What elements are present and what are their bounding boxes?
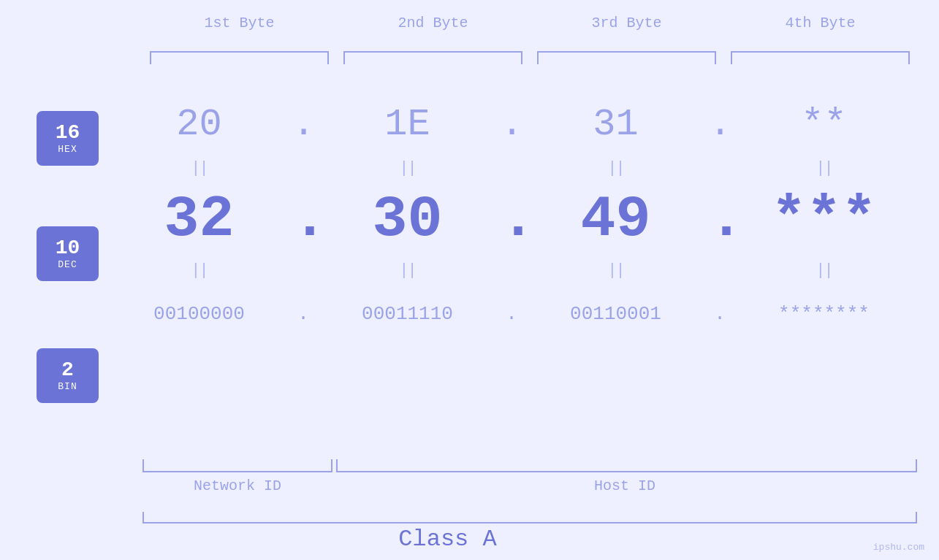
class-label: Class A bbox=[0, 526, 895, 553]
eq-row-2: || || || || bbox=[106, 256, 917, 285]
dec-badge-label: DEC bbox=[58, 259, 77, 270]
bin-val-4: ******** bbox=[731, 303, 917, 325]
host-bracket bbox=[336, 459, 917, 472]
dec-val-2: 30 bbox=[314, 186, 501, 253]
host-id-label: Host ID bbox=[332, 477, 917, 494]
dot-dec-2: . bbox=[501, 186, 522, 253]
bin-badge-label: BIN bbox=[58, 381, 77, 392]
bin-badge-num: 2 bbox=[61, 359, 74, 382]
big-bracket bbox=[142, 512, 917, 523]
hex-row: 20 . 1E . 31 . ** bbox=[106, 95, 917, 153]
eq-row-1: || || || || bbox=[106, 153, 917, 183]
eq-1-3: || bbox=[522, 159, 709, 177]
eq-2-2: || bbox=[314, 261, 501, 280]
dot-bin-3: . bbox=[709, 303, 731, 325]
dec-val-1: 32 bbox=[106, 186, 292, 253]
bottom-bracket-row bbox=[142, 459, 917, 472]
bin-badge: 2 BIN bbox=[37, 348, 99, 403]
dot-bin-2: . bbox=[501, 303, 522, 325]
dec-val-4: *** bbox=[731, 186, 917, 253]
hex-badge-label: HEX bbox=[58, 144, 77, 155]
dot-hex-1: . bbox=[292, 103, 314, 146]
eq-2-1: || bbox=[106, 261, 292, 280]
network-bracket bbox=[142, 459, 332, 472]
col-header-3: 3rd Byte bbox=[530, 15, 723, 31]
bin-val-2: 00011110 bbox=[314, 303, 501, 325]
dot-bin-1: . bbox=[292, 303, 314, 325]
hex-val-1: 20 bbox=[106, 103, 292, 146]
hex-val-4: ** bbox=[731, 103, 917, 146]
bin-val-1: 00100000 bbox=[106, 303, 292, 325]
dot-dec-1: . bbox=[292, 186, 314, 253]
bracket-3 bbox=[537, 51, 716, 64]
bottom-labels: Network ID Host ID bbox=[142, 477, 917, 494]
dec-badge-num: 10 bbox=[56, 237, 80, 260]
dec-val-3: 49 bbox=[522, 186, 709, 253]
column-headers: 1st Byte 2nd Byte 3rd Byte 4th Byte bbox=[142, 15, 917, 31]
col-header-2: 2nd Byte bbox=[336, 15, 530, 31]
bracket-1 bbox=[150, 51, 329, 64]
watermark: ipshu.com bbox=[873, 542, 924, 553]
bin-val-3: 00110001 bbox=[522, 303, 709, 325]
dot-hex-2: . bbox=[501, 103, 522, 146]
hex-badge-num: 16 bbox=[56, 122, 80, 145]
eq-1-4: || bbox=[731, 159, 917, 177]
network-id-label: Network ID bbox=[142, 477, 332, 494]
eq-1-2: || bbox=[314, 159, 501, 177]
eq-2-3: || bbox=[522, 261, 709, 280]
eq-1-1: || bbox=[106, 159, 292, 177]
bin-row: 00100000 . 00011110 . 00110001 . *******… bbox=[106, 285, 917, 343]
dot-hex-3: . bbox=[709, 103, 731, 146]
bracket-4 bbox=[731, 51, 910, 64]
col-header-1: 1st Byte bbox=[142, 15, 336, 31]
hex-val-3: 31 bbox=[522, 103, 709, 146]
dec-row: 32 . 30 . 49 . *** bbox=[106, 183, 917, 256]
top-bracket-row bbox=[142, 51, 917, 64]
dot-dec-3: . bbox=[709, 186, 731, 253]
bracket-2 bbox=[343, 51, 522, 64]
eq-2-4: || bbox=[731, 261, 917, 280]
hex-val-2: 1E bbox=[314, 103, 501, 146]
dec-badge: 10 DEC bbox=[37, 226, 99, 281]
col-header-4: 4th Byte bbox=[723, 15, 917, 31]
hex-badge: 16 HEX bbox=[37, 111, 99, 166]
data-grid: 20 . 1E . 31 . ** || || || || 32 . 30 . … bbox=[106, 95, 917, 343]
main-container: 16 HEX 10 DEC 2 BIN 1st Byte 2nd Byte 3r… bbox=[0, 0, 939, 560]
